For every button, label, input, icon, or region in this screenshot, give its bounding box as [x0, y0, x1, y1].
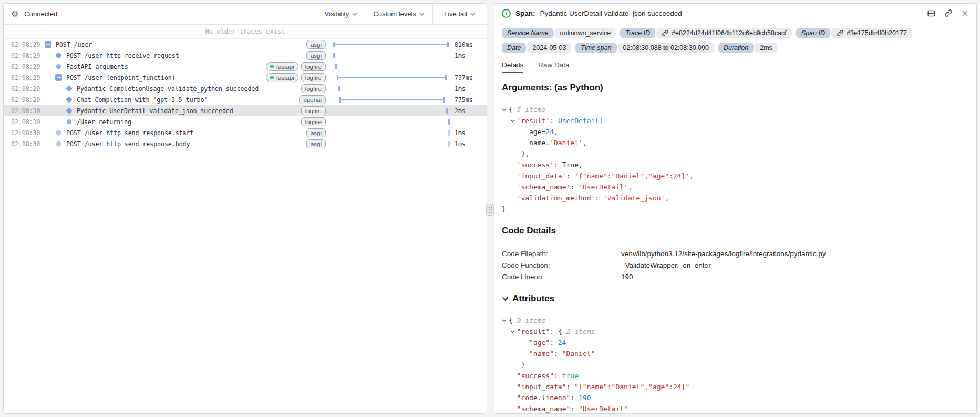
code-token: 2 items	[562, 326, 595, 337]
collapse-caret-icon[interactable]	[510, 330, 517, 333]
panel-resize-handle[interactable]	[486, 204, 494, 216]
duration-bar	[339, 99, 444, 100]
trace-row[interactable]: 02:08:29POST /user http receive requesta…	[4, 50, 487, 61]
badge-value[interactable]: #3e175db4f0b20177	[831, 28, 912, 38]
tag-asgi[interactable]: asgi	[306, 51, 326, 60]
collapse-caret-icon[interactable]	[510, 119, 517, 123]
duration-bar-cell	[332, 116, 450, 127]
duration-bar-cell	[332, 83, 450, 94]
tag-logfire[interactable]: logfire	[301, 73, 326, 82]
collapse-caret-icon[interactable]	[502, 108, 509, 111]
tag-label: fastapi	[276, 75, 294, 81]
badge-label: Service Name	[502, 28, 554, 38]
trace-tree-cell: POST /user http send response.body	[45, 140, 190, 148]
span-label: POST /user http send response.body	[66, 140, 190, 148]
traces-toolbar: ⚙ Connected Visibility Custom levels Liv…	[4, 4, 487, 25]
code-detail-label: Code Filepath:	[502, 250, 621, 258]
code-detail-row: Code Function:_ValidateWrapper._on_enter	[502, 259, 969, 271]
header-actions	[927, 9, 969, 18]
trace-timestamp: 02:08:29	[11, 85, 45, 93]
code-token: 'UserDetail'	[579, 181, 628, 192]
code-token: 'Daniel'	[550, 137, 583, 148]
drag-dots-icon	[489, 207, 490, 208]
link-icon	[662, 29, 669, 37]
duration-text: 2ms	[450, 107, 481, 115]
trace-row[interactable]: 02:08:29POST /userasgi810ms	[4, 39, 487, 50]
trace-tree-cell: POST /user	[45, 41, 92, 48]
link-icon	[837, 29, 844, 37]
badge-label: Span ID	[796, 28, 830, 38]
duration-text: 1ms	[450, 129, 481, 137]
section-collapse-icon[interactable]	[502, 297, 509, 301]
code-token: "code.lineno"	[517, 392, 571, 403]
duration-bar-cell	[332, 39, 450, 50]
duration-tick	[448, 141, 450, 147]
visibility-dropdown[interactable]: Visibility	[317, 4, 366, 24]
green-dot-icon	[270, 65, 274, 68]
badge-value: unknown_service	[555, 28, 616, 38]
trace-row[interactable]: 02:08:29Pydantic CompletionUsage validat…	[4, 83, 487, 94]
debug-diamond-icon	[55, 129, 62, 136]
tab-raw-data[interactable]: Raw Data	[538, 61, 569, 73]
badge-value-text: 02:08:30.088 to 02:08:30.090	[623, 44, 709, 52]
code-token: 'input_data'	[517, 170, 566, 181]
badge-value-text: 2024-05-03	[532, 44, 566, 52]
tag-group: asgi	[306, 40, 332, 49]
tag-logfire[interactable]: logfire	[301, 84, 326, 93]
tab-details[interactable]: Details	[502, 61, 523, 73]
tag-label: asgi	[311, 141, 322, 147]
tag-logfire[interactable]: logfire	[301, 106, 326, 115]
collapse-caret-icon[interactable]	[502, 319, 509, 322]
trace-row[interactable]: 02:08:30Pydantic UserDetail validate_jso…	[4, 105, 487, 116]
tag-label: logfire	[305, 86, 322, 92]
settings-gear-icon[interactable]: ⚙	[11, 10, 18, 18]
span-label: POST /user http send response.start	[66, 129, 193, 137]
code-token: {	[558, 326, 562, 337]
tag-logfire[interactable]: logfire	[301, 62, 326, 71]
tag-asgi[interactable]: asgi	[306, 139, 326, 148]
tag-fastapi[interactable]: fastapi	[266, 73, 298, 82]
collapse-minus-icon[interactable]	[45, 41, 51, 48]
tag-label: asgi	[311, 42, 322, 48]
trace-row[interactable]: 02:08:30/User returninglogfire	[4, 116, 487, 127]
code-line: "code.lineno": 190	[502, 392, 969, 403]
code-token: ,	[579, 159, 583, 170]
code-detail-value: 190	[621, 273, 633, 281]
duration-bar-cell	[332, 50, 450, 61]
live-tail-dropdown[interactable]: Live tail	[436, 10, 483, 18]
badge-value[interactable]: #e8224d24d41f064b112c6eb9cb58cacf	[656, 28, 792, 38]
trace-row[interactable]: 02:08:29FastAPI argumentsfastapilogfire	[4, 61, 487, 72]
copy-link-icon[interactable]	[944, 9, 953, 17]
duration-bar	[337, 77, 447, 78]
badge-value: 2ms	[755, 43, 778, 53]
close-icon[interactable]	[961, 9, 969, 17]
code-line: 'success': True,	[502, 159, 969, 170]
span-diamond-icon	[55, 52, 62, 59]
code-token: :	[554, 159, 562, 170]
tag-asgi[interactable]: asgi	[306, 40, 326, 49]
tag-label: openai	[303, 97, 322, 103]
trace-row[interactable]: 02:08:29POST /user (endpoint_function)fa…	[4, 72, 487, 83]
custom-levels-dropdown[interactable]: Custom levels	[365, 4, 432, 24]
dock-panel-icon[interactable]	[927, 9, 936, 18]
trace-row[interactable]: 02:08:30POST /user http send response.st…	[4, 127, 487, 138]
live-tail-label: Live tail	[444, 10, 467, 18]
trace-row[interactable]: 02:08:30POST /user http send response.bo…	[4, 138, 487, 149]
tag-logfire[interactable]: logfire	[301, 117, 326, 126]
code-token: 24	[558, 337, 566, 348]
tag-asgi[interactable]: asgi	[306, 128, 326, 137]
live-tail-cell: Live tail	[432, 4, 487, 24]
badge-value: 02:08:30.088 to 02:08:30.090	[618, 43, 714, 53]
trace-tree-cell: POST /user http send response.start	[45, 129, 193, 137]
trace-tree-cell: Pydantic UserDetail validate_json succee…	[45, 107, 233, 115]
collapse-minus-icon[interactable]	[55, 74, 62, 81]
code-token: 'validate_json'	[603, 192, 665, 204]
code-token: {	[509, 315, 513, 326]
code-token: :	[550, 326, 558, 337]
debug-diamond-icon	[55, 140, 62, 147]
tag-openai[interactable]: openai	[299, 95, 326, 104]
tag-group: asgi	[306, 51, 332, 60]
tag-fastapi[interactable]: fastapi	[266, 62, 298, 71]
code-token: "{"name":"Daniel","age":24}"	[574, 381, 689, 392]
trace-row[interactable]: 02:08:29Chat Completion with 'gpt-3.5-tu…	[4, 94, 487, 105]
